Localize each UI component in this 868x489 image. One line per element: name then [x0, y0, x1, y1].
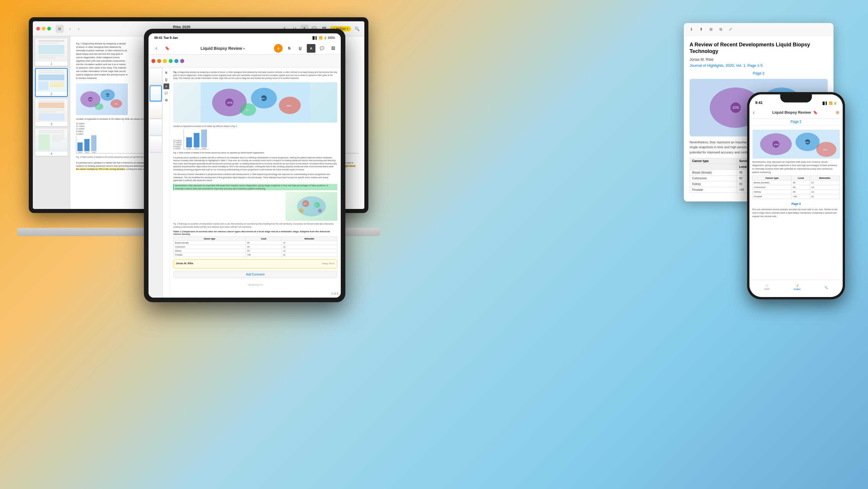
- comment-header: Jonas M. Ribe Today, 09:41: [176, 262, 335, 265]
- ipad-thumb-1[interactable]: [150, 68, 162, 84]
- bar-2008: 2008: [186, 137, 192, 149]
- svg-text:EV: EV: [315, 204, 317, 206]
- iphone-document[interactable]: CTC WBC RBC EV Nevertheless, they repres…: [749, 125, 843, 287]
- color-red[interactable]: [151, 59, 155, 63]
- survival-table: Cancer type Local Metastatic Breast (fem…: [173, 237, 337, 257]
- iphone-tab-search[interactable]: 🔍: [825, 286, 828, 289]
- iphone-time: 9:41: [755, 100, 763, 105]
- ipad-thumb-4[interactable]: [150, 119, 162, 135]
- rp-view-button[interactable]: ⊞: [707, 25, 715, 33]
- svg-text:WBC: WBC: [805, 141, 810, 143]
- rp-journal[interactable]: Journal of Highlights, 2020, Vol. 1, Pag…: [689, 63, 828, 68]
- side-tool-image[interactable]: 🖼: [163, 97, 169, 103]
- close-button[interactable]: [36, 27, 40, 31]
- ipad-anno-bar: [149, 55, 341, 67]
- fig1-image: CTC WBC RBC EV: [76, 84, 128, 115]
- ipad-bar-chart: 2008 2012 2030: [184, 129, 209, 150]
- iphone-row-breast: Breast (female) 99 27: [753, 180, 840, 185]
- ipad-thumb-2[interactable]: [150, 86, 162, 101]
- svg-rect-21: [52, 136, 64, 137]
- svg-rect-17: [38, 130, 64, 131]
- iphone-page3-link[interactable]: Page 3: [752, 200, 840, 208]
- ipad-underline-btn[interactable]: U: [296, 44, 305, 53]
- ipad-thumb-3[interactable]: [150, 102, 162, 118]
- rp-col-type: Cancer type: [690, 158, 737, 164]
- iphone-row-prostate: Prostate >99 31: [753, 194, 840, 199]
- ipad-status-right: ▐▌▌ 📶 🔋 100%: [311, 36, 335, 39]
- ipad-text-btn[interactable]: A: [307, 44, 315, 53]
- svg-rect-2: [38, 45, 64, 54]
- iphone-options-button[interactable]: ⊕: [835, 110, 839, 115]
- iphone-notch: [780, 94, 812, 102]
- col-header-local: Local: [246, 237, 282, 241]
- add-comment-button[interactable]: Add Comment: [173, 271, 337, 278]
- rp-expand-button[interactable]: ⤢: [726, 25, 735, 33]
- color-purple[interactable]: [180, 59, 184, 63]
- document-title: Ribe 2020: [173, 25, 190, 29]
- ipad-document[interactable]: Fig. 1 Diagnosing disease by analyzing a…: [170, 67, 341, 298]
- comment-author: Jonas M. Ribe: [176, 262, 193, 265]
- ipad-body-2: The discovery of cancer biomarkers in pe…: [173, 173, 337, 182]
- color-blue[interactable]: [175, 59, 179, 63]
- ipad-highlight-btn[interactable]: A: [274, 44, 283, 53]
- svg-rect-8: [38, 82, 49, 90]
- side-tool-s[interactable]: S: [163, 70, 169, 75]
- back-button[interactable]: ‹: [66, 25, 74, 33]
- table-row-kidney: Kidney 93 12: [174, 249, 337, 253]
- color-yellow[interactable]: [163, 59, 167, 63]
- iphone-bookmark: 🔖: [813, 110, 818, 115]
- ipad-thumb-5[interactable]: [150, 136, 162, 152]
- iphone-status-icons: ▐▌▌ 📶 🔋: [822, 101, 837, 105]
- iphone-tab-notes[interactable]: 📝 Notes: [794, 284, 801, 291]
- svg-rect-4: [38, 57, 56, 58]
- app-footer: highlightsapp.net: [173, 284, 337, 286]
- svg-rect-9: [50, 82, 64, 83]
- svg-point-48: [299, 208, 304, 213]
- iphone-wifi: 📶: [829, 101, 832, 105]
- battery-icon: 🔋 100%: [323, 36, 335, 39]
- sidebar-toggle-button[interactable]: ⊞: [56, 25, 64, 33]
- ipad-fig3-image: MVB EV: [285, 192, 337, 221]
- ipad-chart-labels: 22 million 17 million 11 million 6 milli…: [173, 140, 182, 150]
- color-orange[interactable]: [157, 59, 161, 63]
- ipad-back-button[interactable]: ‹: [152, 44, 161, 53]
- rp-share-button[interactable]: ⬆: [697, 25, 705, 33]
- svg-text:RBC: RBC: [824, 149, 828, 151]
- iphone-body-1: Nevertheless, they represent an importan…: [752, 160, 840, 174]
- rp-info-button[interactable]: ℹ: [687, 25, 695, 33]
- color-green[interactable]: [169, 59, 173, 63]
- side-tool-u[interactable]: U: [163, 77, 169, 82]
- iphone-col-local: Local: [792, 176, 810, 180]
- svg-rect-0: [38, 40, 64, 42]
- ipad-screen: 09:41 Tue 9 Jan ▐▌▌ 📶 🔋 100% ‹ 🔖 Liquid …: [149, 33, 341, 298]
- ipad-bookmark-button[interactable]: 🔖: [163, 44, 172, 53]
- page-thumbnail-3[interactable]: 3: [35, 99, 68, 126]
- page-thumbnail-2[interactable]: 2: [35, 68, 68, 97]
- ipad-status-bar: 09:41 Tue 9 Jan ▐▌▌ 📶 🔋 100%: [149, 33, 341, 42]
- rp-copy-button[interactable]: ⧉: [717, 25, 725, 33]
- ipad-comment: Jonas M. Ribe Today, 09:41: [173, 259, 337, 269]
- page-thumbnail-4[interactable]: 4: [35, 129, 68, 156]
- forward-button[interactable]: ›: [74, 25, 83, 33]
- ipad-strikethrough-btn[interactable]: S: [285, 44, 293, 53]
- search-button[interactable]: 🔍: [353, 25, 361, 33]
- side-tool-a[interactable]: A: [163, 84, 169, 89]
- svg-text:CTC: CTC: [89, 99, 93, 100]
- thumb-image-4: [35, 129, 68, 152]
- pdf-tab-label: PDF: [765, 288, 770, 291]
- side-tool-comment[interactable]: 💬: [163, 90, 169, 96]
- maximize-button[interactable]: [47, 27, 51, 31]
- minimize-button[interactable]: [42, 27, 45, 31]
- ipad-image-btn[interactable]: 🖼: [329, 44, 337, 53]
- bar-2030: 2030: [201, 129, 207, 149]
- ipad-fig2-caption: Fig. 2 Total number of deaths in the wor…: [173, 151, 337, 155]
- page-thumbnail-1[interactable]: 1: [35, 38, 68, 66]
- svg-rect-11: [50, 86, 64, 87]
- iphone-bottom-tabs: 📄 PDF 📝 Notes 🔍: [749, 280, 843, 297]
- iphone-tab-pdf[interactable]: 📄 PDF: [765, 284, 770, 291]
- iphone-back-button[interactable]: ‹: [753, 110, 754, 115]
- table-row-breast: Breast (female) 99 27: [174, 241, 337, 245]
- ipad-comment-btn[interactable]: 💬: [318, 44, 327, 53]
- table-row-prostate: Prostate >99 31: [174, 253, 337, 257]
- iphone-col-metastatic: Metastatic: [810, 176, 840, 180]
